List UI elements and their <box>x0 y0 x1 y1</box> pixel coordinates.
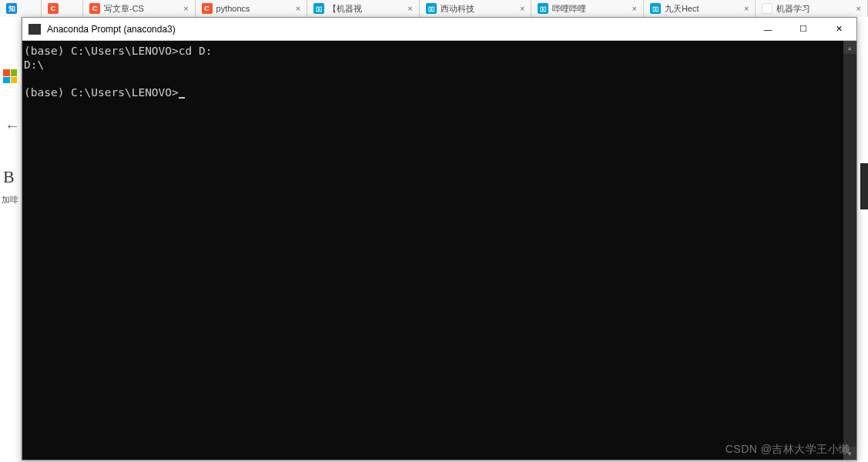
browser-tab-bar: 知 C C 写文章-CS × C pythoncs × ▯▯ 【机器视 × ▯▯… <box>0 0 868 17</box>
blank-icon <box>762 3 772 14</box>
tab-label: pythoncs <box>216 4 290 13</box>
terminal-line: D:\ <box>24 59 44 71</box>
tab-ml[interactable]: 机器学习 × <box>756 0 868 17</box>
csdn-icon: C <box>48 3 59 14</box>
csdn-icon: C <box>202 3 213 14</box>
zhihu-icon: 知 <box>6 3 17 14</box>
tab-write-article[interactable]: C 写文章-CS × <box>83 0 196 17</box>
scrollbar[interactable]: ▴ ▾ <box>843 41 856 460</box>
page-left-strip: ← B 加啡 <box>0 17 22 462</box>
close-icon[interactable]: × <box>742 4 750 13</box>
bilibili-icon: ▯▯ <box>426 3 437 14</box>
bilibili-icon: ▯▯ <box>313 3 324 14</box>
csdn-icon: C <box>89 3 100 14</box>
page-right-strip <box>857 17 868 462</box>
tab-pythoncs[interactable]: C pythoncs × <box>196 0 308 17</box>
close-icon[interactable]: × <box>855 4 863 13</box>
minimize-button[interactable]: — <box>750 18 786 40</box>
scroll-up-button[interactable]: ▴ <box>843 41 856 54</box>
close-icon[interactable]: × <box>630 4 638 13</box>
page-heading-fragment: B <box>3 167 15 187</box>
window-titlebar[interactable]: Anaconda Prompt (anaconda3) — ☐ ✕ <box>22 18 856 41</box>
terminal-body: (base) C:\Users\LENOVO>cd D: D:\ (base) … <box>22 41 856 460</box>
tab-label: 九天Hect <box>665 3 739 15</box>
tab-label: 哔哩哔哩 <box>552 3 626 15</box>
close-icon[interactable]: × <box>518 4 526 13</box>
bilibili-icon: ▯▯ <box>538 3 548 14</box>
back-icon[interactable]: ← <box>5 117 20 135</box>
bilibili-icon: ▯▯ <box>650 3 661 14</box>
sidebar-fragment <box>860 163 868 209</box>
tab-label: 写文章-CS <box>104 3 178 15</box>
window-controls: — ☐ ✕ <box>750 18 856 40</box>
microsoft-icon <box>3 69 17 83</box>
tab-label: 【机器视 <box>328 3 402 15</box>
maximize-button[interactable]: ☐ <box>786 18 821 40</box>
tab-machine-vision[interactable]: ▯▯ 【机器视 × <box>307 0 420 17</box>
tab-label: 西动科技 <box>441 3 514 15</box>
close-icon[interactable]: × <box>406 4 414 13</box>
close-icon[interactable]: × <box>182 4 189 13</box>
cursor-icon <box>179 97 185 99</box>
terminal-line: (base) C:\Users\LENOVO>cd D: <box>24 45 212 57</box>
terminal-icon <box>28 24 41 35</box>
page-text-fragment: 加啡 <box>2 194 18 206</box>
window-title: Anaconda Prompt (anaconda3) <box>47 24 750 35</box>
terminal-content[interactable]: (base) C:\Users\LENOVO>cd D: D:\ (base) … <box>22 41 843 460</box>
tab-label: 机器学习 <box>776 3 850 15</box>
terminal-window: Anaconda Prompt (anaconda3) — ☐ ✕ (base)… <box>22 17 857 460</box>
tab-jiutian[interactable]: ▯▯ 九天Hect × <box>644 0 756 17</box>
tab-zhihu[interactable]: 知 <box>0 0 42 17</box>
terminal-prompt: (base) C:\Users\LENOVO> <box>24 86 179 99</box>
tab-bilibili[interactable]: ▯▯ 哔哩哔哩 × <box>531 0 644 17</box>
tab-xidong[interactable]: ▯▯ 西动科技 × <box>420 0 532 17</box>
watermark-text: CSDN @吉林大学王小懒 <box>726 443 850 457</box>
close-icon[interactable]: × <box>294 4 302 13</box>
tab-csdn-1[interactable]: C <box>42 0 83 17</box>
close-button[interactable]: ✕ <box>821 18 856 40</box>
